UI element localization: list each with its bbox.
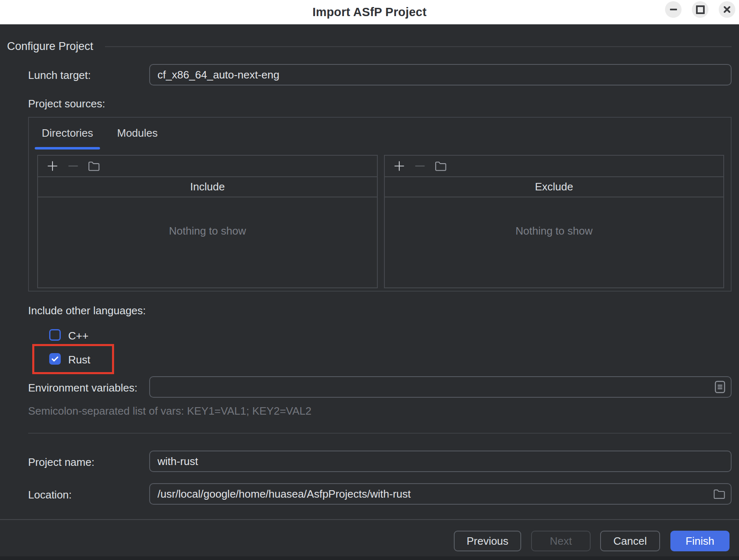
folder-icon	[434, 160, 447, 172]
minus-icon	[414, 160, 426, 172]
tab-modules-label: Modules	[117, 127, 157, 140]
exclude-header: Exclude	[385, 177, 723, 197]
project-sources-label: Project sources:	[28, 97, 105, 110]
section-divider	[105, 46, 732, 47]
exclude-toolbar	[385, 156, 723, 177]
annotation-highlight-box	[32, 344, 114, 374]
remove-button[interactable]	[63, 157, 83, 175]
include-other-languages-label: Include other languages:	[28, 304, 146, 317]
dialog-bottom-edge	[0, 556, 739, 560]
choose-folder-button[interactable]	[430, 157, 451, 175]
form-divider	[28, 433, 732, 434]
project-sources-box: Directories Modules	[28, 117, 732, 292]
include-panel: Include Nothing to show	[37, 155, 378, 288]
titlebar: Import ASfP Project	[0, 0, 739, 24]
location-input[interactable]	[149, 483, 732, 505]
tab-modules[interactable]: Modules	[110, 118, 164, 148]
plus-icon	[393, 160, 405, 172]
plus-icon	[46, 160, 59, 172]
expand-list-button[interactable]	[714, 380, 726, 394]
location-label: Location:	[28, 489, 72, 501]
finish-button[interactable]: Finish	[670, 531, 729, 551]
cpp-checkbox[interactable]	[49, 329, 61, 341]
add-button[interactable]	[42, 157, 63, 175]
environment-variables-input[interactable]	[149, 376, 732, 398]
browse-folder-button[interactable]	[713, 488, 726, 500]
include-header: Include	[38, 177, 377, 197]
remove-button[interactable]	[410, 157, 430, 175]
environment-variables-label: Environment variables:	[28, 382, 137, 394]
environment-variables-field	[149, 376, 732, 398]
include-toolbar	[38, 156, 377, 177]
footer-divider	[0, 519, 739, 520]
minus-icon	[67, 160, 79, 172]
previous-button[interactable]: Previous	[454, 531, 521, 551]
minimize-button[interactable]	[665, 1, 682, 18]
exclude-panel: Exclude Nothing to show	[384, 155, 724, 288]
next-button[interactable]: Next	[531, 531, 591, 551]
exclude-empty-text: Nothing to show	[385, 197, 723, 237]
window-controls	[665, 1, 735, 18]
dialog-title: Import ASfP Project	[312, 5, 427, 19]
choose-folder-button[interactable]	[83, 157, 104, 175]
cancel-button[interactable]: Cancel	[600, 531, 660, 551]
close-icon	[723, 5, 731, 14]
tab-directories[interactable]: Directories	[35, 118, 100, 148]
folder-icon	[88, 160, 100, 172]
tab-bar: Directories Modules	[35, 118, 175, 148]
maximize-button[interactable]	[692, 1, 708, 18]
lunch-target-input[interactable]	[149, 64, 732, 85]
maximize-icon	[696, 5, 705, 14]
add-button[interactable]	[389, 157, 410, 175]
project-name-input[interactable]	[149, 451, 732, 472]
tab-directories-label: Directories	[42, 127, 93, 140]
close-button[interactable]	[719, 1, 735, 18]
location-field	[149, 483, 732, 505]
expand-list-icon	[714, 380, 726, 394]
environment-variables-hint: Semicolon-separated list of vars: KEY1=V…	[28, 405, 312, 418]
import-asfp-project-dialog: Import ASfP Project Configure Project Lu…	[0, 0, 739, 560]
lunch-target-label: Lunch target:	[28, 69, 91, 82]
active-tab-underline	[35, 147, 100, 149]
folder-icon	[713, 488, 726, 500]
include-empty-text: Nothing to show	[38, 197, 377, 237]
cpp-checkbox-label: C++	[68, 330, 88, 342]
minimize-icon	[670, 9, 677, 10]
project-name-label: Project name:	[28, 456, 94, 469]
section-title: Configure Project	[7, 40, 93, 53]
